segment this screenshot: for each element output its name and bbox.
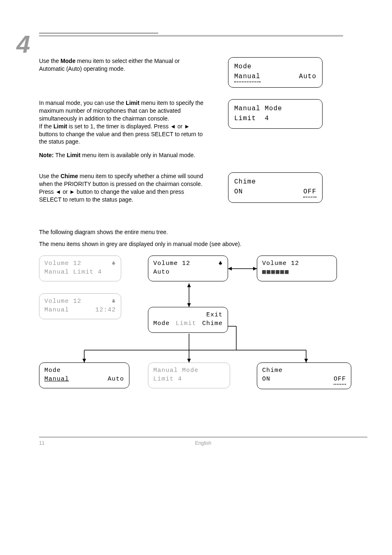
lcd-option-on: ON	[234, 187, 243, 197]
lcd-limit-value: 4	[265, 115, 269, 122]
chapter-number: 4	[16, 32, 30, 57]
footer-language: English	[60, 440, 347, 446]
chime-section: Use the Chime menu item to specify wheth…	[39, 172, 367, 204]
status-box-manual-timer: Volume 12♣ Manual12:42	[39, 293, 121, 320]
header-lines	[39, 33, 367, 37]
chime-paragraph: Use the Chime menu item to specify wheth…	[39, 172, 203, 204]
menu-manual-mode-box: Manual Mode Limit 4	[148, 362, 230, 389]
menu-mode-box: Mode Manual Auto	[39, 362, 129, 389]
menu-tree-diagram: Volume 12♣ Manual Limit 4 Volume 12♣ Man…	[39, 255, 351, 395]
lcd-option-manual: Manual	[234, 72, 261, 82]
person-icon: ♣	[112, 297, 116, 306]
arrow-left-icon: ◄	[170, 123, 176, 130]
person-icon: ♣	[112, 259, 116, 268]
limit-section: In manual mode, you can use the Limit me…	[39, 99, 367, 159]
mode-paragraph: Use the Mode menu item to select either …	[39, 57, 203, 73]
chime-lcd: Chime ON OFF	[228, 172, 323, 203]
arrow-left-icon: ◄	[55, 188, 61, 195]
lcd-title: Mode	[234, 62, 316, 72]
status-box-manual-limit: Volume 12♣ Manual Limit 4	[39, 255, 121, 282]
arrow-right-icon: ►	[184, 123, 190, 130]
person-icon: ♣	[219, 259, 223, 268]
page-number: 11	[39, 440, 60, 446]
diagram-intro1: The following diagram shows the entire m…	[39, 228, 351, 236]
lcd-title: Chime	[234, 177, 316, 187]
status-box-auto: Volume 12♣ Auto	[148, 255, 228, 282]
mode-lcd: Mode Manual Auto	[228, 57, 323, 88]
page-footer: 11 English	[39, 437, 367, 446]
limit-lcd: Manual Mode Limit 4	[228, 99, 323, 129]
diagram-intro2: The menu items shown in grey are display…	[39, 240, 351, 248]
lcd-limit-label: Limit	[234, 115, 256, 122]
lcd-option-auto: Auto	[299, 72, 316, 82]
status-box-volume-bars: Volume 12 ▦▦▦▦▦▦	[257, 255, 337, 282]
menu-exit-box: Exit Mode Limit Chime	[148, 307, 228, 333]
menu-chime-box: Chime ON OFF	[257, 362, 351, 390]
lcd-title: Manual Mode	[234, 104, 316, 114]
mode-section: Use the Mode menu item to select either …	[39, 57, 367, 88]
limit-text: In manual mode, you can use the Limit me…	[39, 99, 203, 159]
menu-tree-section: The following diagram shows the entire m…	[39, 228, 351, 395]
arrow-right-icon: ►	[69, 188, 75, 195]
volume-bars-icon: ▦▦▦▦▦▦	[262, 268, 332, 277]
lcd-option-off: OFF	[303, 187, 316, 197]
